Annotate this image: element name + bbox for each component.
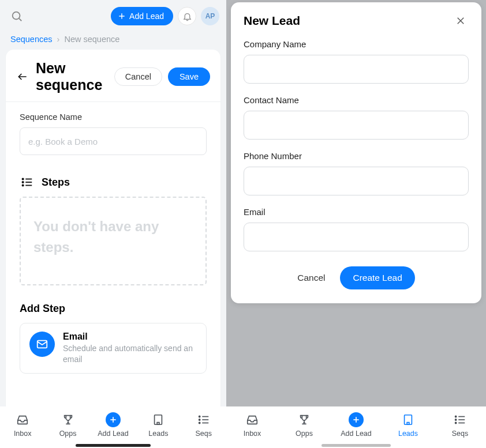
search-icon[interactable] bbox=[9, 9, 24, 24]
avatar[interactable]: AP bbox=[201, 7, 219, 25]
svg-point-7 bbox=[22, 185, 23, 186]
svg-point-25 bbox=[199, 416, 200, 417]
svg-rect-24 bbox=[158, 423, 160, 425]
nav-leads[interactable]: Leads bbox=[391, 412, 425, 438]
add-step-email-desc: Schedule and automatically send an email bbox=[63, 343, 197, 365]
svg-rect-45 bbox=[407, 423, 409, 425]
building-icon bbox=[151, 412, 166, 427]
phone-number-label: Phone Number bbox=[244, 151, 469, 161]
add-lead-label: Add Lead bbox=[129, 12, 164, 21]
modal-title: New Lead bbox=[244, 14, 453, 28]
home-indicator bbox=[76, 444, 151, 447]
svg-rect-17 bbox=[155, 415, 162, 425]
building-icon bbox=[401, 412, 416, 427]
chevron-right-icon: › bbox=[57, 35, 60, 44]
nav-opps[interactable]: Opps bbox=[51, 412, 85, 438]
inbox-icon bbox=[245, 412, 260, 427]
sequence-name-label: Sequence Name bbox=[20, 112, 207, 122]
nav-add-lead[interactable]: Add Lead bbox=[339, 412, 373, 438]
bottom-nav: Inbox Opps Add Lead Leads Seqs bbox=[0, 406, 226, 448]
svg-line-1 bbox=[19, 18, 21, 21]
nav-inbox[interactable]: Inbox bbox=[235, 412, 270, 438]
contact-name-input[interactable] bbox=[244, 111, 469, 140]
steps-icon bbox=[20, 175, 35, 190]
breadcrumb-current: New sequence bbox=[64, 35, 119, 44]
empty-steps-placeholder: You don't have any steps. bbox=[20, 197, 207, 285]
close-icon bbox=[455, 16, 466, 26]
steps-heading: Steps bbox=[42, 176, 70, 189]
email-label: Email bbox=[244, 207, 469, 217]
svg-point-46 bbox=[455, 416, 457, 417]
list-icon bbox=[196, 412, 211, 427]
svg-point-27 bbox=[199, 422, 200, 423]
trophy-icon bbox=[61, 412, 76, 427]
cancel-button[interactable]: Cancel bbox=[114, 67, 162, 86]
add-step-email[interactable]: Email Schedule and automatically send an… bbox=[20, 323, 207, 374]
sequence-name-input[interactable] bbox=[20, 127, 207, 155]
plus-circle-icon bbox=[349, 412, 364, 427]
svg-rect-38 bbox=[405, 415, 412, 425]
svg-point-0 bbox=[13, 12, 20, 20]
nav-leads[interactable]: Leads bbox=[141, 412, 175, 438]
nav-seqs[interactable]: Seqs bbox=[443, 412, 477, 438]
nav-add-lead[interactable]: Add Lead bbox=[96, 412, 130, 438]
breadcrumb: Sequences › New sequence bbox=[0, 28, 226, 50]
nav-opps[interactable]: Opps bbox=[287, 412, 321, 438]
svg-point-26 bbox=[199, 419, 200, 420]
create-lead-button[interactable]: Create Lead bbox=[340, 266, 414, 289]
inbox-icon bbox=[15, 412, 30, 427]
add-lead-button[interactable]: Add Lead bbox=[111, 7, 173, 25]
page-title: New sequence bbox=[36, 60, 109, 93]
breadcrumb-root[interactable]: Sequences bbox=[10, 35, 53, 44]
modal-cancel-button[interactable]: Cancel bbox=[297, 273, 325, 283]
new-lead-modal: New Lead Company Name Contact Name Phone… bbox=[231, 2, 481, 303]
back-button[interactable] bbox=[15, 69, 30, 84]
nav-inbox[interactable]: Inbox bbox=[5, 412, 40, 438]
home-indicator bbox=[321, 444, 391, 447]
phone-number-input[interactable] bbox=[244, 167, 469, 195]
svg-point-48 bbox=[455, 422, 457, 423]
plus-icon bbox=[118, 12, 126, 20]
company-name-label: Company Name bbox=[244, 39, 469, 49]
svg-point-6 bbox=[22, 182, 23, 183]
arrow-left-icon bbox=[17, 71, 28, 82]
contact-name-label: Contact Name bbox=[244, 95, 469, 105]
plus-circle-icon bbox=[106, 412, 121, 427]
bell-icon bbox=[182, 12, 192, 21]
bottom-nav-right: Inbox Opps Add Lead Leads Seqs bbox=[226, 406, 486, 448]
list-icon bbox=[453, 412, 468, 427]
email-icon bbox=[29, 332, 55, 357]
modal-close-button[interactable] bbox=[453, 13, 469, 29]
svg-point-47 bbox=[455, 419, 457, 420]
nav-seqs[interactable]: Seqs bbox=[186, 412, 221, 438]
add-step-email-title: Email bbox=[63, 332, 197, 342]
svg-point-5 bbox=[22, 178, 23, 179]
email-input[interactable] bbox=[244, 223, 469, 251]
notifications-button[interactable] bbox=[178, 7, 196, 25]
save-button[interactable]: Save bbox=[168, 67, 210, 86]
empty-steps-text: You don't have any steps. bbox=[33, 216, 193, 258]
trophy-icon bbox=[297, 412, 312, 427]
company-name-input[interactable] bbox=[244, 55, 469, 84]
add-step-heading: Add Step bbox=[20, 303, 207, 315]
